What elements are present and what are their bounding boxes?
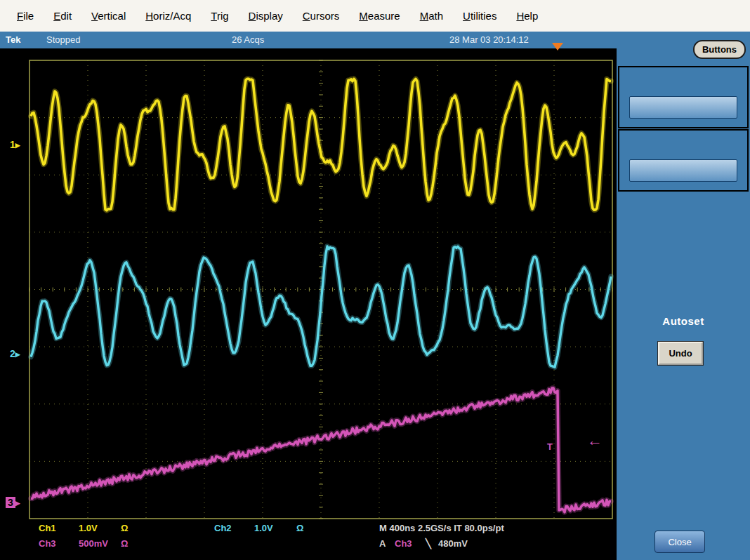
ch1-readout-label: Ch1 — [39, 523, 56, 533]
trigger-level-t-icon: T — [547, 441, 553, 452]
control-field-group-2 — [618, 129, 749, 192]
acquisition-state: Stopped — [46, 34, 80, 45]
datetime-readout: 28 Mar 03 20:14:12 — [449, 34, 529, 45]
ch2-coupling-readout: Ω — [296, 523, 303, 533]
control-value-field-1[interactable] — [629, 96, 737, 119]
ch2-scale-readout: 1.0V — [254, 523, 273, 533]
ch3-coupling-readout: Ω — [121, 538, 128, 549]
timebase-readout: M 400ns 2.5GS/s IT 80.0ps/pt — [379, 523, 504, 533]
autoset-label: Autoset — [617, 315, 750, 327]
menu-item-horiz-acq[interactable]: Horiz/Acq — [136, 7, 201, 25]
ch1-reference-marker: 1▶ — [10, 140, 20, 150]
control-panel: Autoset Undo Close — [617, 48, 750, 560]
acquisition-count: 26 Acqs — [232, 34, 264, 45]
control-value-field-2[interactable] — [629, 159, 737, 182]
menu-item-measure[interactable]: Measure — [349, 7, 409, 25]
ch1-marker-number: 1 — [10, 139, 15, 150]
close-button[interactable]: Close — [654, 531, 705, 553]
ch3-marker-number: 3 — [6, 497, 15, 508]
ch2-reference-marker: 2▶ — [10, 349, 20, 359]
ch3-readout-label: Ch3 — [39, 538, 56, 549]
trigger-level-readout: 480mV — [438, 538, 468, 549]
menu-item-help[interactable]: Help — [506, 7, 548, 25]
trigger-slope-icon: ╲ — [426, 538, 431, 549]
ch3-reference-marker: 3▶ — [6, 498, 20, 508]
ch1-scale-readout: 1.0V — [79, 523, 98, 533]
status-bar: Tek Stopped 26 Acqs 28 Mar 03 20:14:12 — [0, 32, 750, 48]
menu-item-cursors[interactable]: Cursors — [293, 7, 350, 25]
menu-item-vertical[interactable]: Vertical — [81, 7, 136, 25]
menu-bar: File Edit Vertical Horiz/Acq Trig Displa… — [0, 0, 750, 32]
trigger-mode-readout: A — [379, 538, 386, 549]
menu-item-display[interactable]: Display — [239, 7, 293, 25]
graticule-and-traces — [0, 48, 617, 560]
waveform-display: 1▶ 2▶ 3▶ T ← Ch1 1.0V Ω Ch2 1.0V Ω M 400… — [0, 48, 617, 560]
undo-button[interactable]: Undo — [658, 342, 703, 365]
trigger-source-readout: Ch3 — [395, 538, 412, 549]
menu-item-file[interactable]: File — [7, 7, 44, 25]
trigger-position-icon — [552, 43, 563, 51]
ch1-coupling-readout: Ω — [121, 523, 128, 533]
menu-item-trig[interactable]: Trig — [201, 7, 238, 25]
ch2-readout-label: Ch2 — [214, 523, 232, 533]
menu-item-math[interactable]: Math — [410, 7, 453, 25]
right-arrow-icon: ▶ — [15, 142, 20, 149]
buttons-button[interactable]: Buttons — [693, 40, 746, 59]
menu-item-utilities[interactable]: Utilities — [453, 7, 506, 25]
ch3-scale-readout: 500mV — [79, 538, 108, 549]
ch2-marker-number: 2 — [10, 348, 15, 359]
menu-item-edit[interactable]: Edit — [44, 7, 81, 25]
right-arrow-icon: ▶ — [15, 500, 20, 507]
control-field-group-1 — [618, 66, 749, 128]
trigger-level-arrow-icon: ← — [587, 433, 603, 448]
brand-label: Tek — [6, 34, 20, 45]
right-arrow-icon: ▶ — [15, 351, 20, 358]
